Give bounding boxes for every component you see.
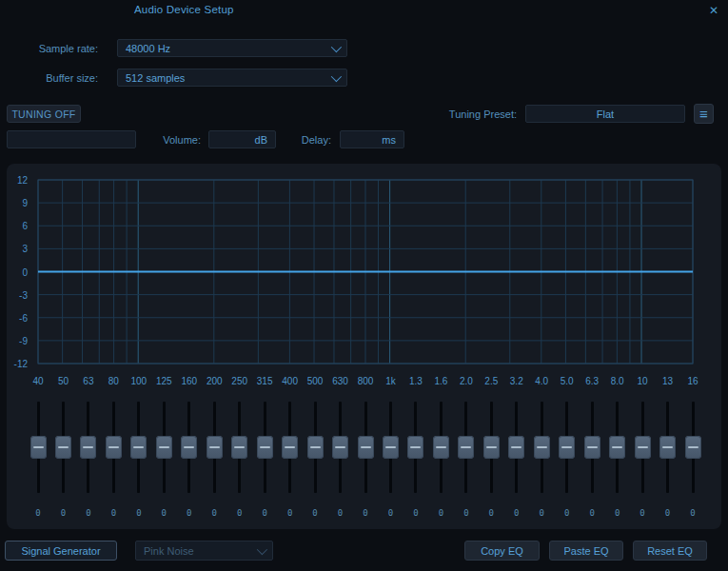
slider-grip-line [58, 446, 69, 448]
band-gain-value[interactable]: 0 [136, 508, 141, 518]
tuning-name-field[interactable] [7, 130, 136, 148]
buffer-size-label: Buffer size: [0, 72, 98, 84]
band-slider-thumb[interactable] [181, 436, 197, 459]
delay-label: Delay: [255, 134, 331, 146]
band-slider-thumb[interactable] [383, 436, 399, 459]
band-gain-value[interactable]: 0 [514, 508, 519, 518]
band-slider-thumb[interactable] [358, 436, 374, 459]
band-slider-thumb[interactable] [407, 436, 423, 459]
band-gain-value[interactable]: 0 [439, 508, 443, 518]
band-slider-thumb[interactable] [156, 436, 172, 459]
band-gain-value[interactable]: 0 [35, 508, 40, 518]
slider-grip-line [688, 446, 698, 448]
band-frequency-label: 1.6 [434, 376, 447, 386]
band-frequency-label: 50 [58, 376, 69, 386]
chevron-down-icon [331, 70, 342, 81]
band-gain-value[interactable]: 0 [262, 508, 266, 518]
y-axis-tick-label: 6 [7, 221, 28, 231]
band-slider-thumb[interactable] [282, 436, 298, 459]
sample-rate-select[interactable]: 48000 Hz [117, 39, 347, 57]
close-icon[interactable]: ✕ [709, 5, 718, 16]
band-gain-value[interactable]: 0 [540, 508, 544, 518]
band-gain-value[interactable]: 0 [237, 508, 242, 518]
band-slider-thumb[interactable] [307, 436, 324, 459]
tuning-preset-select[interactable]: Flat [525, 105, 685, 123]
slider-grip-line [587, 446, 598, 448]
paste-eq-button[interactable]: Paste EQ [549, 541, 623, 561]
signal-generator-button[interactable]: Signal Generator [5, 541, 117, 561]
band-slider-thumb[interactable] [433, 436, 449, 459]
noise-type-value: Pink Noise [144, 545, 194, 557]
copy-eq-button[interactable]: Copy EQ [464, 541, 540, 561]
band-gain-value[interactable]: 0 [338, 508, 343, 518]
band-frequency-label: 80 [108, 376, 119, 386]
band-gain-value[interactable]: 0 [564, 508, 569, 518]
band-frequency-label: 200 [207, 376, 223, 386]
band-slider-thumb[interactable] [559, 436, 575, 459]
sample-rate-value: 48000 Hz [126, 43, 170, 54]
band-slider-thumb[interactable] [508, 436, 524, 459]
band-slider-thumb[interactable] [458, 436, 474, 459]
band-slider-thumb[interactable] [80, 436, 96, 459]
preset-menu-button[interactable]: ≡ [694, 104, 714, 124]
band-gain-value[interactable]: 0 [690, 508, 695, 518]
band-slider-thumb[interactable] [635, 436, 651, 459]
band-slider-thumb[interactable] [483, 436, 500, 459]
eq-response-chart [7, 164, 721, 383]
band-frequency-label: 100 [131, 376, 148, 386]
band-gain-value[interactable]: 0 [61, 508, 66, 518]
tuning-preset-label: Tuning Preset: [422, 108, 517, 120]
band-gain-value[interactable]: 0 [615, 508, 620, 518]
band-frequency-label: 3.2 [510, 376, 523, 386]
band-slider-thumb[interactable] [106, 436, 122, 459]
band-gain-value[interactable]: 0 [589, 508, 594, 518]
band-frequency-label: 250 [231, 376, 247, 386]
band-slider-thumb[interactable] [30, 436, 47, 459]
band-slider-thumb[interactable] [55, 436, 71, 459]
band-gain-value[interactable]: 0 [363, 508, 367, 518]
tuning-toggle-button[interactable]: TUNING OFF [7, 105, 81, 123]
slider-grip-line [662, 446, 673, 448]
band-gain-value[interactable]: 0 [413, 508, 418, 518]
band-gain-value[interactable]: 0 [463, 508, 468, 518]
band-gain-value[interactable]: 0 [312, 508, 317, 518]
audio-device-setup-dialog: Audio Device Setup ✕ Sample rate: 48000 … [0, 0, 728, 571]
band-slider-thumb[interactable] [207, 436, 223, 459]
band-slider-thumb[interactable] [257, 436, 273, 459]
band-slider-thumb[interactable] [130, 436, 147, 459]
band-slider-thumb[interactable] [685, 436, 701, 459]
reset-eq-button[interactable]: Reset EQ [633, 541, 707, 561]
band-gain-value[interactable]: 0 [639, 508, 644, 518]
chevron-down-icon [257, 543, 267, 554]
band-gain-value[interactable]: 0 [388, 508, 393, 518]
slider-grip-line [184, 446, 194, 448]
slider-grip-line [209, 446, 220, 448]
band-slider-thumb[interactable] [659, 436, 676, 459]
y-axis-tick-label: 3 [7, 244, 28, 254]
band-frequency-label: 13 [662, 376, 673, 386]
band-frequency-label: 125 [156, 376, 172, 386]
band-slider-thumb[interactable] [534, 436, 550, 459]
band-frequency-label: 2.5 [484, 376, 498, 386]
band-gain-value[interactable]: 0 [86, 508, 90, 518]
hamburger-menu-icon: ≡ [699, 107, 708, 121]
band-frequency-label: 630 [332, 376, 348, 386]
band-gain-value[interactable]: 0 [212, 508, 217, 518]
band-gain-value[interactable]: 0 [665, 508, 670, 518]
band-frequency-label: 160 [181, 376, 197, 386]
noise-type-select[interactable]: Pink Noise [135, 541, 273, 561]
band-slider-thumb[interactable] [332, 436, 348, 459]
band-slider-thumb[interactable] [584, 436, 600, 459]
band-gain-value[interactable]: 0 [162, 508, 167, 518]
band-gain-value[interactable]: 0 [111, 508, 116, 518]
buffer-size-select[interactable]: 512 samples [117, 69, 347, 87]
band-gain-value[interactable]: 0 [489, 508, 494, 518]
delay-field[interactable]: ms [340, 130, 404, 148]
band-frequency-label: 10 [638, 376, 648, 386]
slider-grip-line [335, 446, 345, 448]
band-slider-thumb[interactable] [609, 436, 625, 459]
slider-grip-line [159, 446, 169, 448]
band-slider-thumb[interactable] [231, 436, 247, 459]
band-gain-value[interactable]: 0 [287, 508, 292, 518]
band-gain-value[interactable]: 0 [187, 508, 191, 518]
